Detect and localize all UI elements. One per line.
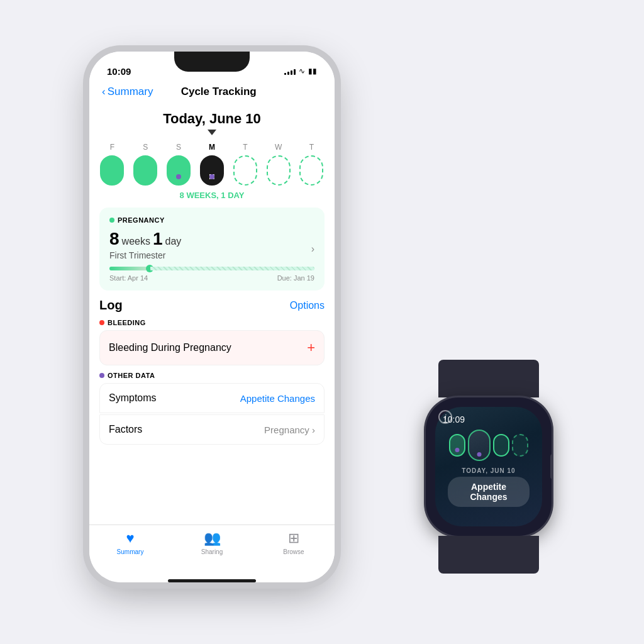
pregnancy-section-label: PREGNANCY — [109, 216, 314, 224]
day-label-f: F — [98, 143, 126, 152]
tab-summary[interactable]: ♥ Summary — [89, 530, 171, 555]
day-label-s1: S — [131, 143, 159, 152]
pregnancy-card[interactable]: PREGNANCY 8 weeks 1 day First Trimester … — [99, 208, 325, 291]
other-data-label-text: OTHER DATA — [108, 372, 155, 379]
tab-summary-label: Summary — [117, 548, 144, 555]
browse-icon: ⊞ — [288, 530, 299, 547]
tab-sharing-label: Sharing — [201, 548, 223, 555]
bubble-m-today[interactable]: M — [200, 155, 224, 186]
progress-bar — [109, 267, 314, 270]
weeks-unit: weeks — [122, 236, 150, 247]
day-label-t2: T — [297, 143, 325, 152]
log-section: Log Options BLEEDING Bleeding During Pre… — [89, 298, 335, 446]
info-icon: i — [438, 410, 452, 424]
bubble-f[interactable] — [100, 155, 124, 186]
home-indicator — [168, 579, 256, 582]
content-scroll: Today, June 10 F S S M T W T — [89, 103, 335, 525]
watch-cycle-bubbles — [440, 430, 537, 461]
status-time: 10:09 — [107, 66, 131, 77]
page-title: Cycle Tracking — [115, 86, 322, 98]
iphone: 10:09 ∿ ▮▮ ‹ Summary Cycle Tracking — [89, 52, 335, 582]
day-label-s2: S — [165, 143, 192, 152]
status-bar: 10:09 ∿ ▮▮ — [89, 52, 335, 83]
tab-browse[interactable]: ⊞ Browse — [253, 530, 335, 555]
dot-s2 — [176, 174, 181, 179]
bubble-s2[interactable] — [167, 155, 191, 186]
days-unit: day — [165, 236, 182, 247]
wifi-icon: ∿ — [299, 67, 305, 75]
factors-row[interactable]: Factors Pregnancy › — [99, 414, 325, 445]
pregnancy-label-text: PREGNANCY — [118, 216, 165, 224]
battery-icon: ▮▮ — [308, 67, 317, 75]
bleeding-row[interactable]: Bleeding During Pregnancy + — [99, 330, 325, 365]
bubble-w[interactable] — [267, 155, 291, 186]
w-bubble-1 — [449, 434, 465, 457]
add-bleeding-button[interactable]: + — [307, 340, 315, 356]
heart-icon: ♥ — [126, 530, 134, 547]
w-bubble-3 — [512, 434, 528, 457]
factors-value: Pregnancy › — [264, 425, 315, 435]
dot-m — [209, 174, 214, 179]
other-data-section-label: OTHER DATA — [99, 372, 325, 379]
pregnancy-weeks: 8 weeks 1 day — [109, 229, 314, 249]
day-strip: F S S M T W T M — [89, 143, 335, 208]
day-label-t1: T — [231, 143, 259, 152]
bleeding-row-label: Bleeding During Pregnancy — [109, 342, 231, 353]
progress-bar-fill — [109, 267, 150, 270]
status-icons: ∿ ▮▮ — [284, 67, 317, 75]
bleeding-label-text: BLEEDING — [108, 319, 146, 326]
watch-screen: i 10:09 TODAY, JUN 10 Appetite Changes — [435, 407, 542, 526]
bubble-t2[interactable] — [299, 155, 323, 186]
pregnancy-dot — [109, 218, 114, 223]
options-button[interactable]: Options — [290, 300, 325, 311]
bubble-s1[interactable] — [133, 155, 157, 186]
sharing-icon: 👥 — [204, 530, 221, 547]
watch-date: TODAY, JUN 10 — [462, 467, 515, 474]
watch-band-bottom — [438, 536, 539, 574]
start-date: Start: Apr 14 — [109, 274, 148, 282]
scene: 10:09 ∿ ▮▮ ‹ Summary Cycle Tracking — [39, 39, 605, 605]
watch-crown — [550, 454, 552, 479]
date-title: Today, June 10 — [89, 111, 335, 127]
weeks-num: 8 — [109, 229, 119, 249]
nav-bar: ‹ Summary Cycle Tracking — [89, 83, 335, 103]
day-label-w: W — [265, 143, 292, 152]
trimester-label: First Trimester — [109, 250, 314, 260]
apple-watch: i 10:09 TODAY, JUN 10 Appetite Changes — [410, 360, 567, 555]
symptoms-row[interactable]: Symptoms Appetite Changes — [99, 383, 325, 413]
watch-pill: Appetite Changes — [448, 477, 530, 507]
notch — [174, 52, 250, 72]
signal-icon — [284, 67, 296, 75]
day-labels: F S S M T W T — [96, 143, 328, 152]
symptoms-label: Symptoms — [109, 392, 157, 404]
log-title: Log — [99, 298, 123, 313]
tab-bar: ♥ Summary 👥 Sharing ⊞ Browse — [89, 525, 335, 577]
chevron-left-icon: ‹ — [102, 86, 106, 98]
watch-body: i 10:09 TODAY, JUN 10 Appetite Changes — [426, 397, 552, 536]
w-dot-today — [477, 452, 482, 457]
symptoms-value: Appetite Changes — [240, 393, 315, 404]
w-dot-1 — [455, 448, 460, 452]
log-header: Log Options — [99, 298, 325, 313]
due-date: Due: Jan 19 — [277, 274, 314, 282]
factors-label: Factors — [109, 424, 142, 435]
chevron-right-icon: › — [311, 243, 314, 255]
bubble-t1[interactable] — [233, 155, 257, 186]
days-num: 1 — [153, 229, 163, 249]
bleeding-dot — [99, 320, 104, 325]
tab-browse-label: Browse — [283, 548, 304, 555]
tab-sharing[interactable]: 👥 Sharing — [171, 530, 253, 555]
day-label-m: M — [198, 143, 226, 152]
calendar-indicator-arrow — [208, 130, 216, 135]
progress-hatched — [150, 267, 314, 270]
cycle-bubbles: M — [96, 155, 328, 186]
date-header: Today, June 10 — [89, 103, 335, 143]
bleeding-section-label: BLEEDING — [99, 319, 325, 326]
other-data-dot — [99, 373, 104, 378]
progress-dates: Start: Apr 14 Due: Jan 19 — [109, 274, 314, 282]
w-bubble-2 — [493, 434, 509, 457]
w-bubble-today — [468, 430, 491, 461]
weeks-label: 8 WEEKS, 1 DAY — [96, 191, 328, 200]
watch-band-top — [438, 360, 539, 397]
